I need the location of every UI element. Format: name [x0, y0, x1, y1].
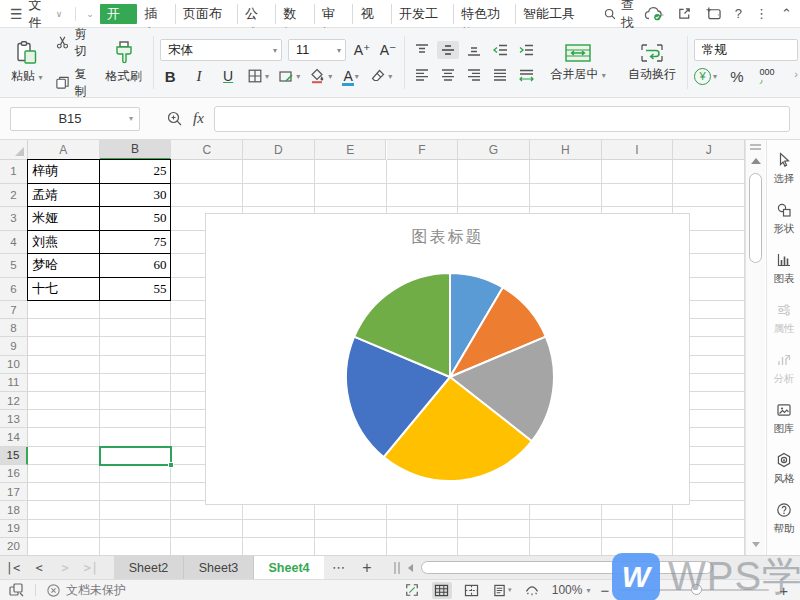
increase-indent-button[interactable] — [515, 41, 537, 59]
ribbon-tab-开发工具[interactable]: 开发工具 — [391, 4, 453, 24]
collapse-ribbon-icon[interactable]: ⌃ — [781, 6, 792, 21]
new-window-icon[interactable] — [705, 6, 722, 21]
paste-button[interactable]: 粘贴 ▾ — [6, 40, 47, 85]
file-menu[interactable]: 文件 — [29, 0, 53, 32]
align-left-button[interactable] — [411, 66, 433, 84]
column-header-H[interactable]: H — [530, 140, 602, 160]
pie-chart-object[interactable]: 图表标题 — [205, 213, 690, 505]
cell-A5[interactable]: 梦哈 — [27, 253, 100, 278]
row-header-10[interactable]: 10 — [0, 356, 28, 374]
font-color-button[interactable]: A▾ — [341, 66, 361, 86]
sheet-manager-icon[interactable] — [8, 582, 25, 598]
cell-B5[interactable]: 60 — [99, 253, 172, 278]
name-box[interactable]: B15 ▾ — [10, 107, 140, 131]
ribbon-tab-数据[interactable]: 数据 — [275, 4, 314, 24]
fit-selection-icon[interactable] — [402, 582, 422, 599]
cell-A6[interactable]: 十七 — [27, 277, 100, 302]
increase-font-button[interactable]: A⁺ — [352, 40, 372, 60]
zoom-level-label[interactable]: 100% — [552, 583, 583, 597]
row-header-2[interactable]: 2 — [0, 184, 28, 208]
row-header-18[interactable]: 18 — [0, 501, 28, 519]
zoom-slider-knob[interactable] — [691, 584, 702, 595]
row-header-6[interactable]: 6 — [0, 278, 28, 302]
decrease-indent-button[interactable] — [489, 41, 511, 59]
fill-color-button[interactable]: ▾ — [309, 66, 332, 86]
number-format-select[interactable]: 常规 — [694, 39, 798, 61]
cell-B6[interactable]: 55 — [99, 277, 172, 302]
wrap-text-button[interactable]: 自动换行 — [623, 42, 681, 83]
cell-B1[interactable]: 25 — [99, 159, 172, 184]
vertical-scrollbar[interactable] — [745, 140, 765, 555]
column-header-E[interactable]: E — [315, 140, 387, 160]
first-sheet-icon[interactable]: |< — [0, 556, 26, 579]
zoom-in-button[interactable]: + — [779, 582, 788, 599]
column-header-B[interactable]: B — [100, 140, 172, 160]
sidebar-item-帮助[interactable]: 帮助 — [767, 502, 800, 536]
split-handle-icon[interactable] — [750, 144, 761, 150]
hamburger-menu-icon[interactable]: ☰ — [10, 6, 23, 22]
row-header-8[interactable]: 8 — [0, 319, 28, 337]
next-sheet-icon[interactable]: > — [52, 556, 78, 579]
cloud-sync-icon[interactable] — [644, 6, 664, 22]
cell-A1[interactable]: 梓萌 — [27, 159, 100, 184]
cell-A3[interactable]: 米娅 — [27, 206, 100, 231]
ribbon-tab-特色功能[interactable]: 特色功能 — [453, 4, 515, 24]
vertical-scroll-thumb[interactable] — [749, 173, 762, 263]
row-header-14[interactable]: 14 — [0, 428, 28, 446]
column-header-D[interactable]: D — [243, 140, 315, 160]
row-header-17[interactable]: 17 — [0, 483, 28, 501]
ribbon-tab-公式[interactable]: 公式 — [237, 4, 276, 24]
zoom-dropdown-icon[interactable]: ▾ — [586, 586, 590, 595]
sidebar-item-图表[interactable]: 图表 — [767, 252, 800, 286]
sidebar-item-形状[interactable]: 形状 — [767, 202, 800, 236]
quickbar-chevron-icon[interactable]: ⌄ — [86, 9, 94, 19]
row-header-11[interactable]: 11 — [0, 374, 28, 392]
sidebar-item-图库[interactable]: 图库 — [767, 402, 800, 436]
add-sheet-button[interactable]: + — [354, 556, 380, 579]
page-break-view-icon[interactable] — [462, 582, 482, 599]
cell-B4[interactable]: 75 — [99, 230, 172, 255]
font-name-select[interactable]: 宋体▾ — [160, 39, 282, 61]
justify-button[interactable] — [489, 66, 511, 84]
prev-sheet-icon[interactable]: < — [26, 556, 52, 579]
cell-A4[interactable]: 刘燕 — [27, 230, 100, 255]
copy-button[interactable]: 复制 — [55, 66, 96, 100]
eye-protection-icon[interactable] — [522, 582, 542, 599]
row-header-13[interactable]: 13 — [0, 410, 28, 428]
ribbon-tab-智能工具箱[interactable]: 智能工具箱 — [515, 4, 589, 24]
insert-function-button[interactable]: fx — [193, 110, 204, 127]
row-header-5[interactable]: 5 — [0, 254, 28, 278]
ribbon-tab-视图[interactable]: 视图 — [352, 4, 391, 24]
file-chevron-icon[interactable]: ∨ — [56, 9, 63, 19]
font-size-select[interactable]: 11▾ — [288, 39, 346, 61]
row-header-12[interactable]: 12 — [0, 392, 28, 410]
percent-button[interactable]: % — [727, 66, 747, 86]
bold-button[interactable]: B — [160, 66, 180, 86]
decrease-font-button[interactable]: A⁻ — [378, 40, 398, 60]
merge-center-button[interactable]: 合并居中 ▾ — [547, 42, 609, 83]
row-header-7[interactable]: 7 — [0, 301, 28, 319]
row-header-20[interactable]: 20 — [0, 538, 28, 556]
borders-button[interactable]: ▾ — [247, 66, 269, 86]
column-header-F[interactable]: F — [387, 140, 459, 160]
align-right-button[interactable] — [463, 66, 485, 84]
zoom-formula-icon[interactable] — [166, 110, 183, 127]
eraser-button[interactable]: ▾ — [370, 66, 392, 86]
underline-button[interactable]: U — [218, 66, 238, 86]
currency-button[interactable]: ¥▾ — [694, 66, 717, 86]
fill-handle[interactable] — [168, 462, 174, 468]
row-header-16[interactable]: 16 — [0, 465, 28, 483]
column-header-I[interactable]: I — [602, 140, 674, 160]
sheet-tab-Sheet2[interactable]: Sheet2 — [114, 556, 184, 579]
select-all-corner[interactable] — [0, 140, 28, 160]
ribbon-tab-插入[interactable]: 插入 — [137, 4, 175, 24]
align-middle-button[interactable] — [437, 41, 459, 59]
align-top-button[interactable] — [411, 41, 433, 59]
row-header-9[interactable]: 9 — [0, 337, 28, 355]
column-header-A[interactable]: A — [28, 140, 100, 160]
thousand-separator-button[interactable]: 000٫ — [757, 66, 777, 86]
sheet-list-button[interactable]: ⋯ — [324, 556, 354, 579]
align-center-button[interactable] — [437, 66, 459, 84]
scroll-up-icon[interactable] — [751, 158, 761, 164]
h-split-handle-icon[interactable] — [394, 562, 400, 574]
